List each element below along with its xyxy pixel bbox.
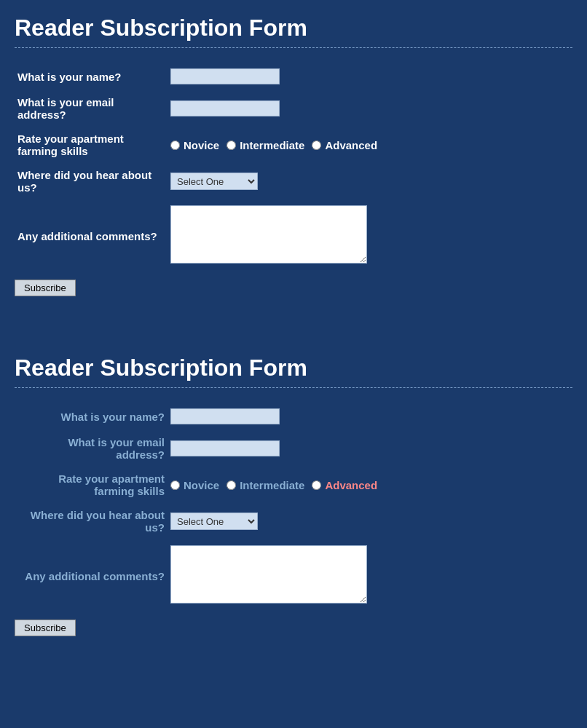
- email-input-2[interactable]: [170, 440, 280, 456]
- skills-radio-cell: Novice Intermediate Advanced: [168, 127, 572, 163]
- table-row: Where did you hear about us? Select One …: [15, 503, 572, 539]
- radio-intermediate-2[interactable]: Intermediate: [226, 479, 304, 491]
- name-input-2[interactable]: [170, 408, 280, 424]
- name-label: What is your name?: [15, 63, 168, 90]
- radio-novice-label-2: Novice: [184, 479, 219, 491]
- radio-novice-2[interactable]: Novice: [170, 479, 219, 491]
- table-row: What is your name?: [15, 63, 572, 90]
- table-row: Rate your apartment farming skills Novic…: [15, 467, 572, 503]
- radio-intermediate-input[interactable]: [226, 141, 236, 150]
- comments-textarea-cell-2: [168, 539, 572, 612]
- email-input[interactable]: [170, 100, 280, 116]
- form1-table: What is your name? What is your email ad…: [15, 63, 572, 272]
- radio-intermediate[interactable]: Intermediate: [226, 139, 304, 151]
- skills-label-2: Rate your apartment farming skills: [15, 467, 168, 503]
- table-row: Rate your apartment farming skills Novic…: [15, 127, 572, 163]
- subscribe-button-1[interactable]: Subscribe: [15, 280, 76, 296]
- comments-label-2: Any additional comments?: [15, 539, 168, 612]
- hear-label-2: Where did you hear about us?: [15, 503, 168, 539]
- radio-advanced-input[interactable]: [312, 141, 321, 150]
- radio-advanced-2[interactable]: Advanced: [312, 479, 377, 491]
- radio-intermediate-label-2: Intermediate: [240, 479, 304, 491]
- email-label-2: What is your email address?: [15, 430, 168, 467]
- comments-textarea-cell: [168, 199, 572, 272]
- table-row: Any additional comments?: [15, 199, 572, 272]
- name-input-cell: [168, 63, 572, 90]
- hear-select-cell: Select One Google Friend Social Media Ad…: [168, 163, 572, 199]
- table-row: Any additional comments?: [15, 539, 572, 612]
- comments-textarea[interactable]: [170, 205, 367, 264]
- radio-intermediate-label: Intermediate: [240, 139, 304, 151]
- comments-label: Any additional comments?: [15, 199, 168, 272]
- form2-divider: [15, 387, 572, 388]
- radio-advanced[interactable]: Advanced: [312, 139, 377, 151]
- table-row: What is your name?: [15, 403, 572, 430]
- form-section-2: Reader Subscription Form What is your na…: [0, 340, 587, 658]
- hear-select-cell-2: Select One Google Friend Social Media Ad…: [168, 503, 572, 539]
- table-row: Where did you hear about us? Select One …: [15, 163, 572, 199]
- section-gap: [0, 318, 587, 340]
- hear-select-2[interactable]: Select One Google Friend Social Media Ad…: [170, 513, 258, 530]
- subscribe-button-2[interactable]: Subscribe: [15, 620, 76, 636]
- hear-select[interactable]: Select One Google Friend Social Media Ad…: [170, 173, 258, 190]
- form-section-1: Reader Subscription Form What is your na…: [0, 0, 587, 318]
- comments-textarea-2[interactable]: [170, 545, 367, 604]
- skills-radio-group: Novice Intermediate Advanced: [170, 139, 570, 151]
- table-row: What is your email address?: [15, 430, 572, 467]
- name-input[interactable]: [170, 68, 280, 84]
- radio-advanced-label-2: Advanced: [325, 479, 377, 491]
- radio-advanced-label: Advanced: [325, 139, 377, 151]
- hear-label: Where did you hear about us?: [15, 163, 168, 199]
- skills-label: Rate your apartment farming skills: [15, 127, 168, 163]
- name-label-2: What is your name?: [15, 403, 168, 430]
- email-input-cell-2: [168, 430, 572, 467]
- form2-table: What is your name? What is your email ad…: [15, 403, 572, 612]
- email-label: What is your email address?: [15, 90, 168, 127]
- skills-radio-cell-2: Novice Intermediate Advanced: [168, 467, 572, 503]
- email-input-cell: [168, 90, 572, 127]
- table-row: What is your email address?: [15, 90, 572, 127]
- form2-title: Reader Subscription Form: [15, 355, 572, 381]
- form1-title: Reader Subscription Form: [15, 15, 572, 41]
- radio-advanced-input-2[interactable]: [312, 480, 321, 490]
- radio-novice-input-2[interactable]: [170, 480, 180, 490]
- skills-radio-group-2: Novice Intermediate Advanced: [170, 479, 570, 491]
- name-input-cell-2: [168, 403, 572, 430]
- radio-intermediate-input-2[interactable]: [226, 480, 236, 490]
- radio-novice[interactable]: Novice: [170, 139, 219, 151]
- form1-divider: [15, 47, 572, 48]
- radio-novice-label: Novice: [184, 139, 219, 151]
- radio-novice-input[interactable]: [170, 141, 180, 150]
